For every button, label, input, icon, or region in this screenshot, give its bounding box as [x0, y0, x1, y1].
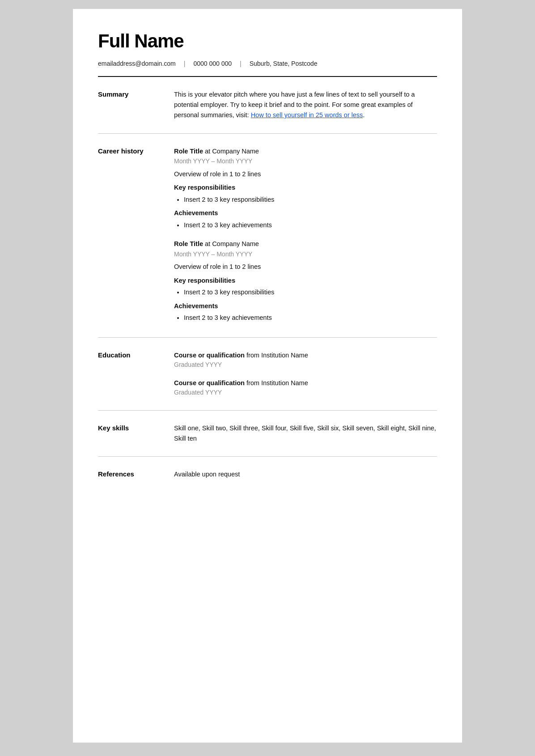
- role-2-achievement-1: Insert 2 to 3 key achievements: [184, 313, 437, 323]
- education-section: Education Course or qualification from I…: [98, 338, 437, 411]
- resume-page: Full Name emailaddress@domain.com | 0000…: [73, 9, 462, 743]
- education-content: Course or qualification from Institution…: [174, 350, 437, 398]
- role-2-overview: Overview of role in 1 to 2 lines: [174, 262, 437, 272]
- edu-2-course-rest: from Institution Name: [245, 379, 308, 386]
- role-block-2: Role Title at Company Name Month YYYY – …: [174, 239, 437, 323]
- references-label: References: [98, 469, 174, 479]
- career-history-label: Career history: [98, 146, 174, 325]
- key-skills-section: Key skills Skill one, Skill two, Skill t…: [98, 411, 437, 457]
- edu-block-2: Course or qualification from Institution…: [174, 378, 437, 398]
- email: emailaddress@domain.com: [98, 60, 176, 67]
- edu-2-course-line: Course or qualification from Institution…: [174, 378, 437, 388]
- summary-link[interactable]: How to sell yourself in 25 words or less: [251, 111, 363, 119]
- role-2-achievements-list: Insert 2 to 3 key achievements: [174, 313, 437, 323]
- edu-1-graduated: Graduated YYYY: [174, 360, 437, 370]
- role-1-achievements-heading: Achievements: [174, 208, 437, 218]
- edu-2-graduated: Graduated YYYY: [174, 388, 437, 398]
- role-2-responsibilities-list: Insert 2 to 3 key responsibilities: [174, 287, 437, 297]
- role-1-date: Month YYYY – Month YYYY: [174, 157, 437, 166]
- phone: 0000 000 000: [193, 60, 232, 67]
- key-skills-label: Key skills: [98, 423, 174, 444]
- role-2-achievements-heading: Achievements: [174, 301, 437, 311]
- role-1-responsibilities-heading: Key responsibilities: [174, 183, 437, 192]
- role-block-1: Role Title at Company Name Month YYYY – …: [174, 146, 437, 230]
- summary-text-after: .: [363, 111, 365, 119]
- references-content: Available upon request: [174, 469, 437, 479]
- summary-content: This is your elevator pitch where you ha…: [174, 89, 437, 121]
- role-1-title-line: Role Title at Company Name: [174, 146, 437, 156]
- role-2-responsibilities-heading: Key responsibilities: [174, 276, 437, 285]
- contact-bar: emailaddress@domain.com | 0000 000 000 |…: [98, 60, 437, 67]
- divider-2: |: [240, 60, 242, 67]
- edu-1-course-bold: Course or qualification: [174, 352, 245, 359]
- role-1-achievement-1: Insert 2 to 3 key achievements: [184, 220, 437, 230]
- summary-label: Summary: [98, 89, 174, 121]
- skills-text: Skill one, Skill two, Skill three, Skill…: [174, 423, 437, 444]
- role-2-title-line: Role Title at Company Name: [174, 239, 437, 249]
- career-history-content: Role Title at Company Name Month YYYY – …: [174, 146, 437, 325]
- role-1-responsibility-1: Insert 2 to 3 key responsibilities: [184, 195, 437, 204]
- summary-section: Summary This is your elevator pitch wher…: [98, 77, 437, 134]
- role-2-title: Role Title: [174, 240, 203, 247]
- edu-block-1: Course or qualification from Institution…: [174, 350, 437, 370]
- role-1-achievements-list: Insert 2 to 3 key achievements: [174, 220, 437, 230]
- edu-2-course-bold: Course or qualification: [174, 379, 245, 386]
- role-1-responsibilities-list: Insert 2 to 3 key responsibilities: [174, 195, 437, 204]
- role-2-company: at Company Name: [205, 240, 259, 247]
- edu-1-course-line: Course or qualification from Institution…: [174, 350, 437, 360]
- full-name: Full Name: [98, 30, 437, 52]
- references-text: Available upon request: [174, 469, 437, 479]
- divider-1: |: [184, 60, 186, 67]
- key-skills-content: Skill one, Skill two, Skill three, Skill…: [174, 423, 437, 444]
- summary-text: This is your elevator pitch where you ha…: [174, 91, 415, 119]
- role-1-overview: Overview of role in 1 to 2 lines: [174, 169, 437, 179]
- role-1-title: Role Title: [174, 148, 203, 155]
- role-2-date: Month YYYY – Month YYYY: [174, 250, 437, 259]
- location: Suburb, State, Postcode: [250, 60, 318, 67]
- edu-1-course-rest: from Institution Name: [245, 352, 308, 359]
- role-1-company: at Company Name: [205, 148, 259, 155]
- education-label: Education: [98, 350, 174, 398]
- role-2-responsibility-1: Insert 2 to 3 key responsibilities: [184, 287, 437, 297]
- career-history-section: Career history Role Title at Company Nam…: [98, 134, 437, 338]
- references-section: References Available upon request: [98, 457, 437, 492]
